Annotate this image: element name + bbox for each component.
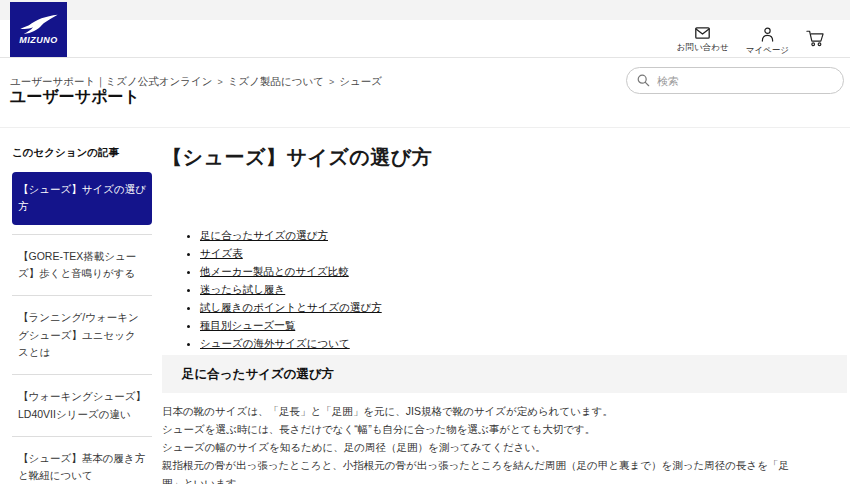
breadcrumb-link-shoes[interactable]: シューズ (339, 75, 382, 87)
cart-button[interactable] (806, 29, 824, 47)
toc-link-size-choice[interactable]: 足に合ったサイズの選び方 (200, 229, 328, 241)
top-strip (0, 0, 850, 20)
toc-item: 試し履きのポイントとサイズの選び方 (200, 301, 847, 314)
contact-label: お問い合わせ (677, 42, 729, 54)
toc-item: シューズの海外サイズについて (200, 337, 847, 350)
search-input[interactable] (626, 67, 844, 94)
article-title: 【シューズ】サイズの選び方 (162, 144, 847, 171)
sidebar-item-label: 【シューズ】サイズの選び方 (18, 183, 146, 212)
sidebar-item-label: 【ランニング/ウォーキングシューズ】ユニセックスとは (18, 311, 139, 358)
body-paragraph: シューズを選ぶ時には、長さだけでなく“幅”も自分に合った物を選ぶ事がとても大切で… (162, 420, 807, 438)
toc-link-shoe-by-sport[interactable]: 種目別シューズ一覧 (200, 319, 295, 331)
body-paragraph: 日本の靴のサイズは、「足長」と「足囲」を元に、JIS規格で靴のサイズが定められて… (162, 402, 807, 420)
mail-icon (695, 27, 710, 39)
sidebar-item-label: 【ウォーキングシューズ】LD40VIIシリーズの違い (18, 390, 146, 419)
toc-item: 迷ったら試し履き (200, 283, 847, 296)
cart-icon (806, 29, 824, 47)
sidebar-item-shoe-size-active[interactable]: 【シューズ】サイズの選び方 (12, 172, 152, 225)
toc-link-overseas-size[interactable]: シューズの海外サイズについて (200, 337, 350, 349)
mypage-link[interactable]: マイページ (746, 27, 789, 57)
toc-item: 他メーカー製品とのサイズ比較 (200, 265, 847, 278)
mypage-label: マイページ (746, 45, 789, 57)
toc-item: 種目別シューズ一覧 (200, 319, 847, 332)
breadcrumb-separator: > (217, 77, 222, 87)
header-nav: お問い合わせ マイページ (677, 27, 824, 57)
toc-item: 足に合ったサイズの選び方 (200, 229, 847, 242)
brand-wordmark: MIZUNO (19, 36, 58, 45)
search-box (626, 67, 844, 94)
sidebar-heading: このセクションの記事 (12, 146, 152, 160)
toc-link-try-on[interactable]: 迷ったら試し履き (200, 283, 285, 295)
section-heading: 足に合ったサイズの選び方 (162, 355, 847, 393)
mizuno-logo[interactable]: MIZUNO (10, 2, 67, 57)
section-heading-text: 足に合ったサイズの選び方 (182, 366, 334, 383)
sidebar-item-label: 【GORE-TEX搭載シューズ】歩くと音鳴りがする (18, 250, 136, 279)
user-icon (760, 27, 775, 42)
toc-list: 足に合ったサイズの選び方 サイズ表 他メーカー製品とのサイズ比較 迷ったら試し履… (162, 229, 847, 350)
page-title: ユーザーサポート (10, 87, 140, 108)
breadcrumb-link-support[interactable]: ユーザーサポート｜ミズノ公式オンライン (10, 75, 212, 87)
body-paragraph: シューズの幅のサイズを知るために、足の周径（足囲）を測ってみてください。 (162, 438, 807, 456)
body-paragraph: 親指根元の骨が出っ張ったところと、小指根元の骨が出っ張ったところを結んだ周囲（足… (162, 456, 807, 484)
toc-item: サイズ表 (200, 247, 847, 260)
toc-link-size-table[interactable]: サイズ表 (200, 247, 243, 259)
toc-link-brand-compare[interactable]: 他メーカー製品とのサイズ比較 (200, 265, 349, 277)
sidebar-item-unisex[interactable]: 【ランニング/ウォーキングシューズ】ユニセックスとは (12, 296, 152, 374)
sidebar-item-label: 【シューズ】基本の履き方と靴紐について (18, 452, 145, 481)
breadcrumb-link-products[interactable]: ミズノ製品について (228, 75, 324, 87)
toc-link-tryon-points[interactable]: 試し履きのポイントとサイズの選び方 (200, 301, 382, 313)
section-sidebar: このセクションの記事 【シューズ】サイズの選び方 【GORE-TEX搭載シューズ… (12, 146, 152, 484)
article: 【シューズ】サイズの選び方 足に合ったサイズの選び方 サイズ表 他メーカー製品と… (162, 144, 847, 484)
content-divider (0, 127, 850, 128)
breadcrumb-separator: > (329, 77, 334, 87)
sidebar-item-goretex-noise[interactable]: 【GORE-TEX搭載シューズ】歩くと音鳴りがする (12, 235, 152, 296)
sidebar-item-ld40vii[interactable]: 【ウォーキングシューズ】LD40VIIシリーズの違い (12, 375, 152, 436)
contact-link[interactable]: お問い合わせ (677, 27, 729, 54)
header-divider (0, 57, 850, 58)
runbird-icon (18, 14, 60, 34)
article-body: 日本の靴のサイズは、「足長」と「足囲」を元に、JIS規格で靴のサイズが定められて… (162, 402, 807, 484)
search-icon (637, 74, 650, 87)
sidebar-item-lacing[interactable]: 【シューズ】基本の履き方と靴紐について (12, 437, 152, 484)
